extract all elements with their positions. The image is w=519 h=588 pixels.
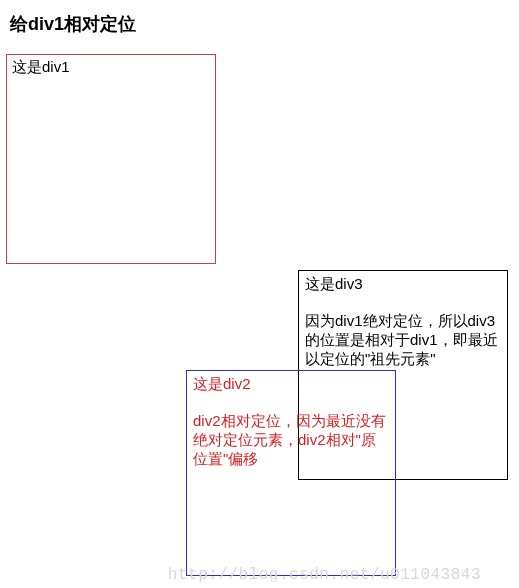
div1-label: 这是div1: [12, 58, 70, 75]
div3-description: 因为div1绝对定位，所以div3的位置是相对于div1，即最近以定位的"祖先元…: [305, 312, 498, 367]
div2-box: 这是div2 div2相对定位，因为最近没有绝对定位元素，div2相对"原位置"…: [186, 370, 396, 576]
div3-label: 这是div3: [305, 275, 501, 294]
div2-description: div2相对定位，因为最近没有绝对定位元素，div2相对"原位置"偏移: [193, 412, 386, 467]
div2-label: 这是div2: [193, 375, 389, 394]
page-heading: 给div1相对定位: [0, 0, 519, 50]
div1-box: 这是div1: [6, 54, 216, 264]
watermark-text: http://blog.csdn.net/u011043843: [168, 566, 481, 584]
